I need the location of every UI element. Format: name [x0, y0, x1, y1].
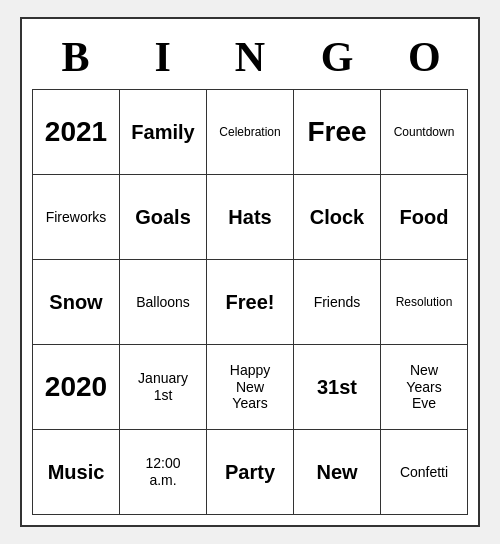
cell-text: Balloons [136, 294, 190, 311]
cell-text: 2020 [45, 370, 107, 404]
cell-2-3: Friends [294, 260, 381, 345]
cell-2-1: Balloons [120, 260, 207, 345]
bingo-card: BINGO 2021FamilyCelebrationFreeCountdown… [20, 17, 480, 527]
cell-2-2: Free! [207, 260, 294, 345]
cell-1-2: Hats [207, 175, 294, 260]
cell-text: 2021 [45, 115, 107, 149]
cell-1-3: Clock [294, 175, 381, 260]
cell-4-2: Party [207, 430, 294, 515]
header-letter: O [381, 29, 468, 85]
cell-0-3: Free [294, 90, 381, 175]
cell-text: January 1st [138, 370, 188, 404]
cell-3-0: 2020 [33, 345, 120, 430]
header-letter: N [206, 29, 293, 85]
cell-4-4: Confetti [381, 430, 468, 515]
header-letter: B [32, 29, 119, 85]
cell-2-0: Snow [33, 260, 120, 345]
cell-text: Hats [228, 205, 271, 229]
cell-text: Goals [135, 205, 191, 229]
cell-0-0: 2021 [33, 90, 120, 175]
cell-0-4: Countdown [381, 90, 468, 175]
cell-text: Friends [314, 294, 361, 311]
cell-text: Music [48, 460, 105, 484]
header-letter: I [119, 29, 206, 85]
cell-text: Food [400, 205, 449, 229]
cell-text: Family [131, 120, 194, 144]
cell-text: Confetti [400, 464, 448, 481]
cell-text: 31st [317, 375, 357, 399]
cell-text: Fireworks [46, 209, 107, 226]
cell-0-1: Family [120, 90, 207, 175]
cell-4-1: 12:00 a.m. [120, 430, 207, 515]
bingo-header: BINGO [32, 29, 468, 85]
cell-1-0: Fireworks [33, 175, 120, 260]
cell-text: New [316, 460, 357, 484]
cell-text: Snow [49, 290, 102, 314]
cell-2-4: Resolution [381, 260, 468, 345]
cell-text: Resolution [396, 295, 453, 309]
header-letter: G [294, 29, 381, 85]
cell-text: Celebration [219, 125, 280, 139]
cell-text: 12:00 a.m. [145, 455, 180, 489]
cell-text: Free! [226, 290, 275, 314]
cell-text: New Years Eve [406, 362, 441, 412]
bingo-grid: 2021FamilyCelebrationFreeCountdownFirewo… [32, 89, 468, 515]
cell-3-2: Happy New Years [207, 345, 294, 430]
cell-text: Countdown [394, 125, 455, 139]
cell-4-3: New [294, 430, 381, 515]
cell-text: Happy New Years [230, 362, 270, 412]
cell-3-4: New Years Eve [381, 345, 468, 430]
cell-1-4: Food [381, 175, 468, 260]
cell-0-2: Celebration [207, 90, 294, 175]
cell-text: Party [225, 460, 275, 484]
cell-4-0: Music [33, 430, 120, 515]
cell-3-3: 31st [294, 345, 381, 430]
cell-text: Clock [310, 205, 364, 229]
cell-1-1: Goals [120, 175, 207, 260]
cell-text: Free [307, 115, 366, 149]
cell-3-1: January 1st [120, 345, 207, 430]
